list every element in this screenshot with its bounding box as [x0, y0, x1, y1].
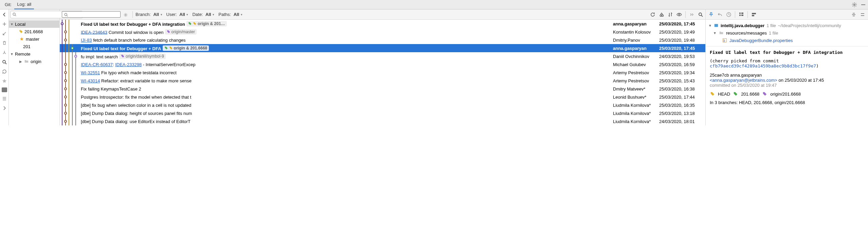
gear-icon[interactable]: [123, 12, 128, 18]
cherry-pick-icon[interactable]: [659, 12, 664, 17]
module-name: intellij.java.debugger: [721, 23, 764, 28]
tree-item-branch[interactable]: master: [9, 35, 59, 43]
svg-point-5: [125, 14, 126, 16]
commit-row[interactable]: [dbe] fix bug when selection color in a …: [60, 101, 705, 109]
log-search-input[interactable]: [62, 11, 121, 18]
issue-link[interactable]: WI-32551: [81, 70, 100, 75]
commit-author: Dmitry Matveev*: [612, 85, 658, 93]
divider: [132, 11, 133, 18]
tab-git[interactable]: Git:: [2, 0, 14, 9]
svg-point-4: [65, 13, 67, 16]
issue-link[interactable]: IDEA-233298: [115, 62, 142, 67]
author-email[interactable]: <anna.gasparyan@jetbrains.com>: [710, 78, 777, 83]
issue-link[interactable]: IDEA-234643: [81, 29, 107, 35]
commit-date: 25/03/2020, 19:49: [658, 28, 705, 36]
tree-item-origin[interactable]: ▶ origin: [9, 58, 59, 65]
filter-branch[interactable]: Branch: All ▾: [135, 12, 162, 17]
checkout-icon[interactable]: [1, 31, 7, 37]
layout-icon[interactable]: [751, 12, 757, 17]
tree-node-local[interactable]: ▼ Local: [9, 20, 59, 28]
issue-link[interactable]: WI-43014: [81, 78, 100, 83]
tag-icon: [733, 91, 738, 97]
tab-log[interactable]: Log: all: [14, 0, 34, 9]
commit-row[interactable]: WI-32551 Fix typo which made testdata in…: [60, 68, 705, 77]
log-toolbar: Branch: All ▾ User: All ▾ Date: All ▾ Pa…: [60, 9, 705, 20]
tree-item-branch[interactable]: 201.6668: [9, 28, 59, 35]
plus-icon[interactable]: [1, 21, 7, 27]
ref-label[interactable]: origin/daniil/symbol-9: [119, 54, 166, 59]
gear-icon[interactable]: [852, 2, 857, 7]
more-icon[interactable]: [689, 12, 694, 17]
tree-item-branch[interactable]: 201: [9, 43, 59, 50]
commit-row[interactable]: [dbe] Dump Data dialog: use EditorEx ins…: [60, 117, 705, 125]
commit-row[interactable]: IJI-83 fetch default branch before calcu…: [60, 36, 705, 44]
star-icon[interactable]: [1, 78, 7, 84]
log-panel: Branch: All ▾ User: All ▾ Date: All ▾ Pa…: [60, 9, 706, 125]
tree-label: 201.6668: [24, 29, 43, 34]
commit-subject: [dbe] Dump Data dialog: use EditorEx ins…: [81, 119, 191, 124]
pin-icon[interactable]: [708, 12, 714, 17]
refresh-icon[interactable]: [650, 12, 655, 17]
commit-author: Dmitriy.Panov: [612, 36, 658, 44]
issue-link[interactable]: IJI-83: [81, 38, 92, 43]
search-icon: [64, 12, 69, 18]
filter-paths[interactable]: Paths: All ▾: [218, 12, 242, 17]
filter-user[interactable]: User: All ▾: [166, 12, 188, 17]
commit-date: 24/03/2020, 19:53: [658, 52, 705, 60]
ref-label[interactable]: origin & 201.6668: [163, 45, 209, 51]
search-icon[interactable]: [1, 59, 7, 65]
file-tree-file[interactable]: JavaDebuggerBundle.properties: [708, 37, 865, 44]
layout-icon[interactable]: [2, 87, 7, 92]
sort-icon[interactable]: [668, 12, 673, 17]
commit-row[interactable]: Postgres Introspector: fix the model whe…: [60, 93, 705, 101]
file-tree-folder[interactable]: ▼ resources/messages 1 file: [708, 29, 865, 37]
group-icon[interactable]: [739, 12, 744, 17]
commit-row[interactable]: [dbe] Dump Data dialog: height of source…: [60, 109, 705, 117]
commit-details: Fixed UI label text for Debugger + DFA i…: [706, 46, 868, 108]
tree-node-remote[interactable]: ▼ Remote: [9, 50, 59, 58]
ref-label[interactable]: origin & 201…: [186, 21, 227, 26]
merge-icon[interactable]: [1, 49, 7, 56]
commit-row[interactable]: IDEA-CR-60637: IDEA-233298 - InternalSer…: [60, 60, 705, 68]
commit-row[interactable]: Fix failing KeymapsTestCase 2Dmitry Matv…: [60, 85, 705, 93]
log-table[interactable]: Fixed UI label text for Debugger + DFA i…: [60, 20, 705, 125]
collapse-icon[interactable]: [860, 12, 865, 17]
commit-date: 25/03/2020, 19:34: [658, 68, 705, 77]
file-count: 1 file: [766, 23, 776, 28]
expand-icon[interactable]: [851, 12, 856, 17]
commit-row[interactable]: Fixed UI label text for Debugger + DFA o…: [60, 44, 705, 52]
commit-author: Liudmila Kornilova*: [612, 117, 658, 125]
trash-icon[interactable]: [1, 40, 7, 46]
forward-icon[interactable]: [1, 105, 7, 111]
commit-author: anna.gasparyan: [612, 20, 658, 28]
commit-row[interactable]: IDEA-234643 Commit tool window is open o…: [60, 28, 705, 36]
clock-icon[interactable]: [726, 12, 731, 17]
minimize-icon[interactable]: [861, 2, 866, 7]
file-tree-module[interactable]: ▼ intellij.java.debugger 1 file ~/IdeaPr…: [708, 22, 865, 29]
properties-file-icon: [722, 38, 727, 43]
svg-rect-17: [715, 24, 718, 27]
commit-date: 25/03/2020, 19:48: [658, 36, 705, 44]
undo-icon[interactable]: [717, 12, 723, 17]
refresh-icon[interactable]: [1, 68, 7, 75]
chevron-down-icon: ▼: [10, 52, 14, 56]
filter-date[interactable]: Date: All ▾: [192, 12, 214, 17]
commit-author: anna.gasparyan: [612, 44, 658, 52]
module-icon: [714, 23, 719, 28]
commit-row[interactable]: fu impl: text search origin/daniil/symbo…: [60, 52, 705, 60]
issue-link[interactable]: IDEA-CR-60637: [81, 62, 113, 67]
ref-label[interactable]: origin/master: [165, 29, 197, 35]
commit-row[interactable]: Fixed UI label text for Debugger + DFA i…: [60, 20, 705, 28]
commit-subject: Commit tool window is open: [107, 29, 163, 35]
cherry-pick-hash[interactable]: cfb79aecd39cf4289a1459ba8ec9b8d3bc17f9e7: [710, 63, 816, 68]
divider: [735, 11, 735, 18]
commit-hash[interactable]: 25cae7cb: [710, 73, 729, 78]
search-icon[interactable]: [698, 12, 703, 17]
chevron-down-icon: ▼: [713, 31, 717, 35]
eye-icon[interactable]: [676, 12, 682, 17]
tree-label: origin: [31, 59, 41, 64]
commit-subject: Refactor: extract variable to make more …: [100, 78, 192, 83]
commit-row[interactable]: WI-43014 Refactor: extract variable to m…: [60, 77, 705, 85]
list-icon[interactable]: [1, 96, 7, 102]
back-icon[interactable]: [1, 12, 7, 18]
